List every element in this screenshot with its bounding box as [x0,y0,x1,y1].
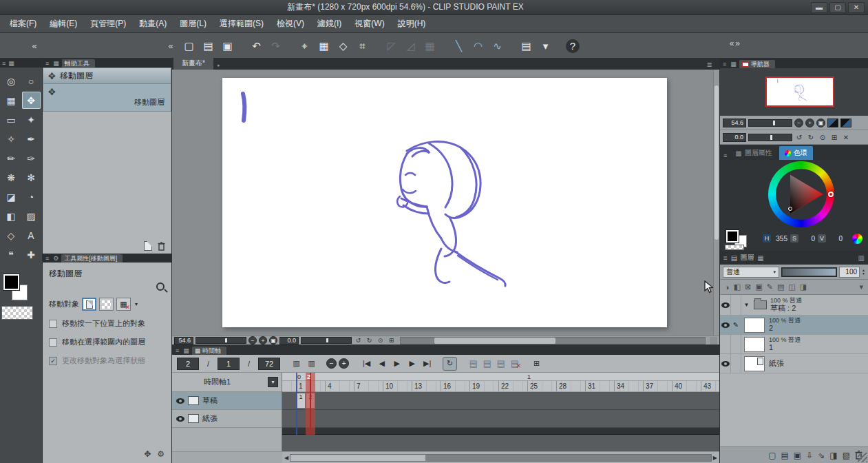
navigator-zoom-in-button[interactable]: + [805,119,814,127]
move-target-option-layer[interactable] [82,298,96,311]
snap-grid-icon[interactable]: ▦ [315,37,332,54]
tab-timeline[interactable]: ▦時間軸 [192,347,227,355]
menu-item[interactable]: 檢視(V) [271,15,310,32]
document-list-icon[interactable]: ≣ [707,61,712,68]
fit-to-screen-icon[interactable] [827,119,838,127]
main-color-swatch[interactable] [726,230,739,243]
cel-1[interactable]: 1 [296,393,306,409]
vertical-scrollbar[interactable] [713,70,719,336]
horizontal-scrollbar-thumb[interactable] [434,338,556,344]
tool-button[interactable]: ❝ [2,246,21,263]
visibility-gutter[interactable] [720,335,731,353]
scroll-left-icon[interactable]: ◀ [284,455,288,461]
transfer-down-icon[interactable]: ⇩ [806,451,813,460]
opacity-slider[interactable] [781,267,837,277]
track-cells-paper[interactable] [282,410,719,428]
timeline-scrollbar[interactable]: ◀ ▶ [282,451,719,463]
tool-button[interactable]: ○ [22,72,41,90]
tool-button[interactable]: ✻ [22,169,41,186]
canvas-viewport[interactable] [172,70,719,336]
panel-list-icon[interactable]: ≡ [44,59,50,68]
start-frame-field[interactable]: 1 [218,358,240,370]
tool-button[interactable]: ▨ [22,207,41,225]
palette-dropdown-icon[interactable]: ▾ [859,282,863,291]
tab-tool-property[interactable]: 工具屬性[移動圖層] [61,254,123,263]
tool-button[interactable]: ✒ [22,130,41,147]
panel-grid-icon[interactable]: ▦ [8,60,14,67]
loop-playback-button[interactable]: ↻ [443,358,456,370]
ruler-wave-icon[interactable]: ∿ [489,37,506,54]
zoom-fit-button[interactable]: ▣ [269,336,277,344]
panel-list-icon[interactable]: ≡ [723,254,728,262]
snap-cross-icon[interactable]: ⌖ [296,37,313,54]
reset-rotation-button[interactable]: ⊙ [818,134,827,141]
reference-layer-icon[interactable]: ▤ [777,282,784,291]
current-frame-field[interactable]: 2 [177,358,199,370]
panel-list-icon[interactable]: ≡ [722,152,728,160]
snap-diamond-icon[interactable]: ◇ [335,37,352,54]
panel-grid-icon[interactable]: ▦ [52,59,61,68]
layer-options-icon[interactable]: ▥ [858,254,865,262]
zoom-slider-handle[interactable] [225,338,227,342]
sv-triangle[interactable] [776,169,827,220]
menu-item[interactable]: 頁管理(P) [84,15,132,32]
navigator-fit-button[interactable]: ▣ [816,119,825,127]
help-icon[interactable]: ? [566,39,580,53]
opacity-field[interactable]: 100 [839,267,860,278]
canvas[interactable] [222,78,667,327]
layer-lock-icon[interactable]: ⊠ [745,282,751,291]
maximize-button[interactable]: ▢ [829,2,846,13]
new-cel-button[interactable]: ▤ [467,358,479,369]
skip-to-end-button[interactable]: ▶| [421,358,434,370]
timeline-clip-row[interactable]: 時間軸1 ▾ [172,373,282,392]
lock-alpha-icon[interactable]: ▣ [755,282,762,291]
option-row-1[interactable]: ✓ 移動按一下位置上的對象 [43,313,171,332]
reset-view-button[interactable]: ⊙ [376,337,385,344]
redo-icon[interactable]: ↷ [267,37,284,54]
navigator-rotation-handle[interactable] [770,135,772,140]
tool-button[interactable]: ◪ [2,188,21,205]
tool-button[interactable]: ▦ [2,92,21,109]
new-folder-icon[interactable]: ▣ [794,451,801,460]
panel-list-icon[interactable]: ≡ [721,60,728,68]
rotate-ccw-button[interactable]: ↺ [354,337,363,344]
vertical-scrollbar-thumb[interactable] [714,85,719,240]
menu-item[interactable]: 選擇範圍(S) [213,15,270,32]
tab-layers[interactable]: ▤圖層 [731,253,754,263]
visibility-eye-icon[interactable] [721,302,730,308]
folder-expand-icon[interactable]: ▼ [741,295,752,315]
checkbox-unchecked[interactable]: ✓ [49,338,57,347]
ruler-icon[interactable]: ◫ [788,282,795,291]
navigator-rotation-slider[interactable] [748,134,792,141]
playhead-line[interactable] [310,373,311,435]
minimize-button[interactable]: ▬ [811,2,827,13]
menu-item[interactable]: 編輯(E) [43,15,83,32]
layer-thumbnail[interactable] [744,318,765,333]
visibility-eye-icon[interactable] [176,416,184,422]
play-button[interactable]: ▶ [390,358,403,370]
move-target-option-grid[interactable]: ▦✕ [116,298,131,311]
subtool-group-header[interactable]: ✥ 移動圖層 [43,68,171,84]
layer-row-folder[interactable]: ▼ 100 % 普通 草稿 : 2 [720,295,868,316]
track-header-draft[interactable]: 草稿 [172,392,282,410]
menu-item[interactable]: 視窗(W) [348,15,390,32]
option-row-3[interactable]: ✓ 更改移動對象為選擇狀態 [43,351,171,369]
expand-right-icon[interactable]: » [735,39,740,48]
skip-to-start-button[interactable]: |◀ [360,358,373,370]
rotation-value-field[interactable]: 0.0 [279,337,299,344]
tool-button[interactable]: ◔ [22,188,41,205]
end-frame-field[interactable]: 72 [258,358,280,370]
layer-row-paper[interactable]: 紙張 [720,354,868,373]
gear-icon[interactable]: ⚙ [157,449,165,459]
menu-item[interactable]: 說明(H) [392,15,432,32]
panel-grid-icon[interactable]: ▦ [729,60,738,68]
timeline-scrollbar-track[interactable] [290,454,712,462]
register-dropdown-icon[interactable]: ▾ [537,37,554,54]
tab-navigator[interactable]: 導航器 [739,60,775,68]
menu-item[interactable]: 檔案(F) [3,15,43,32]
magnifier-icon[interactable] [156,282,165,291]
blend-mode-dropdown[interactable]: 普通▾ [723,267,779,278]
tool-button[interactable]: ❋ [2,169,21,186]
track-cells-draft[interactable]: 1 2 [282,392,719,410]
tool-button[interactable]: ✧ [2,130,21,147]
